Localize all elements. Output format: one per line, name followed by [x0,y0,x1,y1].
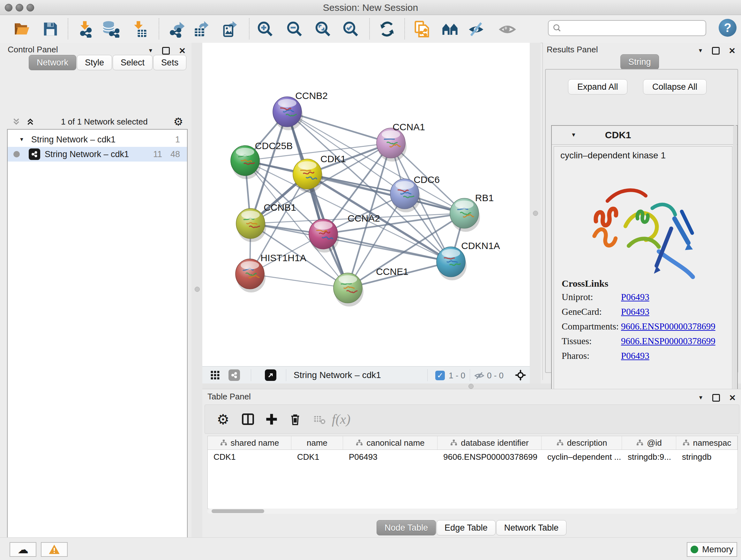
right-splitter[interactable] [530,43,541,389]
panel-close-icon[interactable]: ✕ [179,47,186,55]
add-column-icon[interactable] [262,410,281,428]
network-collection-row[interactable]: ▼ String Network – cdk1 1 [8,132,187,147]
zoom-fit-button[interactable] [313,19,333,39]
hide-selected-button[interactable] [467,19,486,39]
node-CDK1[interactable] [293,159,323,192]
table-cell[interactable]: cyclin–dependent ... [542,450,622,464]
crosslink-value-link[interactable]: P06493 [621,351,650,361]
selected-indicator-checkbox[interactable]: ✓ [435,371,445,380]
separator [470,369,470,381]
node-CCNA2[interactable] [309,219,339,253]
table-row[interactable]: CDK1CDK1P064939606.ENSP00000378699cyclin… [208,450,738,464]
birdseye-icon[interactable] [515,369,527,382]
crosslink-value-link[interactable]: P06493 [621,307,650,317]
node-RB1[interactable] [450,198,480,232]
cloud-icon: ☁ [17,544,28,555]
tab-network-table[interactable]: Network Table [496,520,567,536]
delete-column-icon[interactable] [286,410,305,428]
clone-network-button[interactable] [413,19,432,39]
network-canvas[interactable]: CCNB2CCNA1CDC25BCDK1CDC6RB1CCNB1CCNA2CDK… [202,43,530,366]
zoom-out-button[interactable] [285,19,304,39]
expand-all-icon[interactable] [25,117,35,126]
open-session-button[interactable] [12,19,31,39]
column-header-canonical-name[interactable]: canonical name [343,436,437,449]
left-splitter[interactable] [192,43,202,537]
crosslink-value-link[interactable]: P06493 [621,292,650,302]
table-cell[interactable]: CDK1 [208,450,291,464]
column-header-@id[interactable]: @id [622,436,676,449]
network-view-icon[interactable] [228,369,240,381]
results-scrollbar[interactable] [733,125,737,395]
import-network-from-database-button[interactable] [101,19,120,39]
expand-all-button[interactable]: Expand All [568,79,627,95]
show-all-button[interactable] [498,19,517,39]
show-columns-icon[interactable] [239,410,257,428]
panel-close-icon[interactable]: ✕ [729,394,736,402]
panel-menu-icon[interactable]: ▼ [697,48,703,54]
network-graph[interactable]: CCNB2CCNA1CDC25BCDK1CDC6RB1CCNB1CCNA2CDK… [202,43,530,366]
zoom-selected-button[interactable] [341,19,360,39]
crosslink-label: Tissues: [562,336,621,347]
gene-header-row[interactable]: ▼ CDK1 [552,126,737,145]
column-header-name[interactable]: name [291,436,343,449]
import-table-button[interactable] [130,19,149,39]
export-table-button[interactable] [192,19,212,39]
column-header-description[interactable]: description [542,436,622,449]
table-cell[interactable]: stringdb:9... [622,450,676,464]
collapse-all-icon[interactable] [11,117,21,126]
table-horizontal-scrollbar[interactable] [207,509,737,514]
gear-icon[interactable]: ⚙ [174,116,183,127]
node-CDKN1A[interactable] [436,247,467,280]
eye-slash-icon [468,20,485,38]
column-header-namespac[interactable]: namespac [676,436,738,449]
export-image-button[interactable] [221,19,240,39]
tree-expand-icon[interactable]: ▼ [19,137,24,142]
export-network-button[interactable] [168,19,187,39]
warnings-button[interactable] [41,542,68,557]
table-cell[interactable]: CDK1 [291,450,343,464]
node-CCNB2[interactable] [273,97,303,130]
string-results-content: Expand All Collapse All ▼ CDK1 cyclin–de… [545,69,738,373]
network-row-selected[interactable]: String Network – cdk1 11 48 [8,147,187,162]
panel-menu-icon[interactable]: ▼ [698,395,703,401]
zoom-in-button[interactable] [256,19,275,39]
table-cell[interactable]: stringdb [676,450,738,464]
column-header-shared-name[interactable]: shared name [208,436,291,449]
table-cell[interactable]: 9606.ENSP00000378699 [437,450,542,464]
two-houses-icon [441,20,459,38]
cloud-button[interactable]: ☁ [10,542,37,557]
tab-edge-table[interactable]: Edge Table [436,520,495,536]
node-HIST1H1A[interactable] [235,259,266,293]
memory-button[interactable]: Memory [687,542,737,557]
help-button[interactable]: ? [719,19,737,37]
tab-network[interactable]: Network [29,55,76,70]
table-gear-icon[interactable]: ⚙ [214,410,232,428]
collapse-all-button[interactable]: Collapse All [643,79,706,95]
save-session-button[interactable] [41,19,60,39]
panel-float-icon[interactable] [712,394,720,401]
tab-string[interactable]: String [620,54,659,70]
tab-node-table[interactable]: Node Table [377,520,436,536]
import-network-button[interactable] [76,19,95,39]
status-bar: ☁ Memory [0,537,741,560]
crosslink-value-link[interactable]: 9606.ENSP00000378699 [621,336,716,346]
column-header-database-identifier[interactable]: database identifier [437,436,542,449]
apply-layout-button[interactable] [378,19,397,39]
panel-close-icon[interactable]: ✕ [729,47,736,55]
tab-sets[interactable]: Sets [153,55,186,70]
save-icon [42,20,59,38]
panel-menu-icon[interactable]: ▼ [148,48,153,54]
search-input[interactable] [562,23,697,34]
panel-float-icon[interactable] [162,47,170,55]
detach-view-icon[interactable] [265,369,276,381]
table-cell[interactable]: P06493 [343,450,437,464]
node-CCNE1[interactable] [333,273,363,307]
crosslink-value-link[interactable]: 9606.ENSP00000378699 [621,321,716,331]
grid-mode-icon[interactable] [210,370,220,381]
section-collapse-icon[interactable]: ▼ [571,132,576,138]
tab-select[interactable]: Select [113,55,152,70]
tab-style[interactable]: Style [77,55,112,70]
first-neighbors-button[interactable] [441,19,460,39]
zoom-selected-icon [342,20,359,38]
panel-float-icon[interactable] [712,47,720,55]
